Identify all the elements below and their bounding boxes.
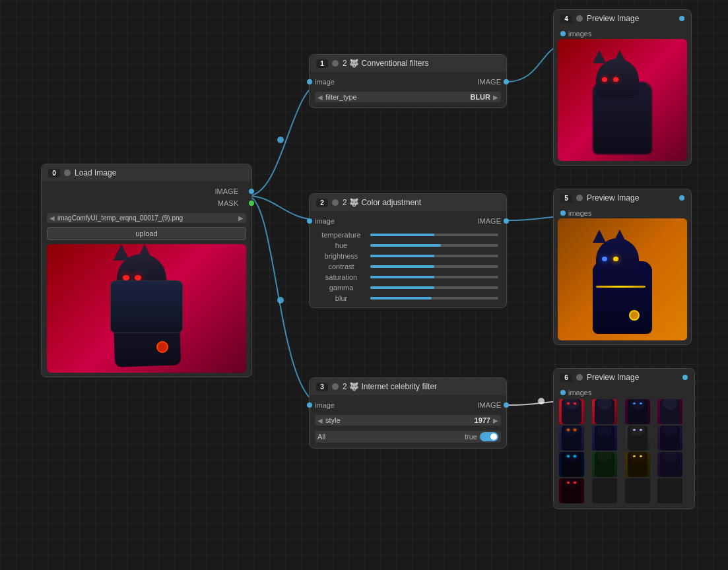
- node-id-2: 2: [316, 199, 328, 207]
- grid-img-13: [559, 478, 584, 503]
- conventional-filters-node: 1 2 🐺 Conventional filters image IMAGE ◀…: [309, 54, 507, 108]
- preview4-input-port[interactable]: [679, 16, 684, 21]
- preview5-input-port[interactable]: [679, 195, 684, 201]
- ca-image-row: image IMAGE: [315, 215, 501, 227]
- ca-sliders: temperature hue brightness contrast satu…: [315, 230, 501, 303]
- preview-5-node: 5 Preview Image images: [553, 189, 692, 345]
- grid-img-4: [657, 399, 682, 424]
- ca-saturation-label: saturation: [315, 273, 368, 281]
- preview4-wolf: [576, 42, 669, 161]
- preview-4-image: [558, 39, 687, 161]
- ca-image-output-port[interactable]: [504, 218, 509, 224]
- ic-style-select[interactable]: ◀ style 1977 ▶: [315, 415, 501, 426]
- cf-title: 2 🐺 Conventional filters: [343, 59, 428, 68]
- ca-brightness-label: brightness: [315, 252, 368, 260]
- load-image-preview: [47, 244, 246, 373]
- filename-value: imagComfyUI_temp_erqnq_00017_(9).png: [57, 214, 183, 222]
- ca-image-input-port[interactable]: [307, 218, 312, 224]
- preview-6-header: 6 Preview Image: [554, 369, 694, 386]
- ic-image-output-port[interactable]: [504, 402, 509, 408]
- ic-all-toggle[interactable]: [480, 432, 498, 441]
- ca-blur-row: blur: [315, 293, 501, 303]
- grid-img-14: [592, 478, 617, 503]
- preview5-images-port[interactable]: [560, 210, 566, 216]
- ic-all-label: All: [317, 433, 325, 441]
- grid-img-10: [592, 452, 617, 477]
- next-arrow[interactable]: ▶: [238, 214, 244, 222]
- grid-img-3: [625, 399, 650, 424]
- node-id-0: 0: [48, 169, 60, 177]
- preview6-images-port[interactable]: [560, 390, 566, 395]
- ca-gamma-row: gamma: [315, 282, 501, 293]
- preview-6-node: 6 Preview Image images: [553, 368, 695, 509]
- grid-img-12: [657, 452, 682, 477]
- preview-5-image: [558, 218, 687, 340]
- load-image-node: 0 Load Image IMAGE MASK ◀ imagComfyUI_te…: [41, 164, 252, 377]
- grid-img-7: [625, 426, 650, 451]
- filename-select[interactable]: ◀ imagComfyUI_temp_erqnq_00017_(9).png ▶: [47, 213, 246, 223]
- cf-image-label: image: [315, 78, 335, 86]
- ca-status-dot: [332, 199, 339, 206]
- preview4-status-dot: [576, 15, 583, 22]
- ic-emoji: 🐺: [349, 382, 359, 391]
- ca-contrast-track[interactable]: [370, 265, 498, 268]
- preview6-status-dot: [576, 374, 583, 381]
- ca-image-output-label: IMAGE: [478, 217, 501, 225]
- preview-4-body: images: [554, 27, 691, 165]
- upload-button[interactable]: upload: [47, 227, 246, 240]
- conventional-filters-header: 1 2 🐺 Conventional filters: [310, 55, 506, 72]
- ca-gamma-track[interactable]: [370, 286, 498, 289]
- preview-5-title: Preview Image: [587, 193, 639, 203]
- cf-filter-row: ◀ filter_type BLUR ▶: [315, 90, 501, 104]
- node-id-6: 6: [560, 373, 572, 382]
- preview-4-images-label: images: [558, 28, 687, 39]
- ca-emoji: 🐺: [349, 198, 359, 207]
- ic-image-output-label: IMAGE: [478, 401, 501, 409]
- grid-img-9: [559, 452, 584, 477]
- grid-img-6: [592, 426, 617, 451]
- load-image-title: Load Image: [75, 168, 116, 177]
- cf-filter-value: BLUR: [470, 93, 490, 101]
- ca-hue-label: hue: [315, 241, 368, 249]
- preview5-wolf: [576, 222, 669, 340]
- load-image-body: IMAGE MASK ◀ imagComfyUI_temp_erqnq_0001…: [42, 181, 251, 377]
- grid-img-15: [625, 478, 650, 503]
- cf-next-arrow[interactable]: ▶: [493, 94, 498, 101]
- ic-image-input-port[interactable]: [307, 402, 312, 408]
- ca-hue-track[interactable]: [370, 244, 498, 247]
- ic-title: 2 🐺 Internet celebrity filter: [343, 382, 437, 391]
- node-id-1: 1: [316, 59, 328, 68]
- ca-temperature-track[interactable]: [370, 234, 498, 236]
- ca-image-label: image: [315, 217, 335, 225]
- cf-filter-select[interactable]: ◀ filter_type BLUR ▶: [315, 92, 501, 102]
- cf-image-row: image IMAGE: [315, 76, 501, 88]
- cf-prev-arrow[interactable]: ◀: [317, 94, 323, 101]
- ca-brightness-track[interactable]: [370, 255, 498, 257]
- cf-image-output-port[interactable]: [504, 79, 509, 84]
- ic-next-arrow[interactable]: ▶: [493, 417, 498, 424]
- cf-status-dot: [332, 60, 339, 67]
- node-status-dot-0: [64, 170, 71, 176]
- ic-status-dot: [332, 383, 339, 390]
- cf-title-text: Conventional filters: [361, 59, 428, 68]
- mask-output-row: MASK: [47, 197, 246, 209]
- mask-output-port[interactable]: [249, 201, 254, 206]
- ca-saturation-track[interactable]: [370, 276, 498, 278]
- filename-row: ◀ imagComfyUI_temp_erqnq_00017_(9).png ▶: [47, 212, 246, 224]
- ic-all-control[interactable]: All true: [315, 431, 501, 443]
- ca-temperature-label: temperature: [315, 231, 368, 239]
- ca-header: 2 2 🐺 Color adjustment: [310, 194, 506, 211]
- preview6-input-port[interactable]: [682, 375, 688, 380]
- ca-gamma-label: gamma: [315, 284, 368, 292]
- ic-prev-arrow[interactable]: ◀: [317, 417, 323, 424]
- cf-image-input-port[interactable]: [307, 79, 312, 84]
- ca-blur-track[interactable]: [370, 297, 498, 300]
- preview4-images-port[interactable]: [560, 31, 566, 36]
- cf-body: image IMAGE ◀ filter_type BLUR ▶: [310, 72, 506, 108]
- prev-arrow[interactable]: ◀: [50, 214, 55, 222]
- image-output-port[interactable]: [249, 189, 254, 194]
- node-id-4: 4: [560, 15, 572, 23]
- ic-title-text: Internet celebrity filter: [361, 382, 437, 391]
- mask-output-label: MASK: [218, 199, 238, 207]
- grid-img-16: [657, 478, 682, 503]
